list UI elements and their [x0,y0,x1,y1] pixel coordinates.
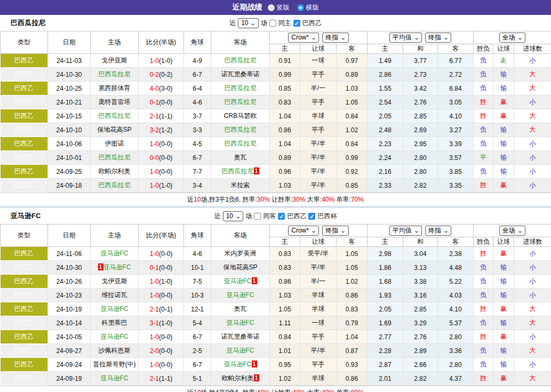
fulltime-score: 2-0 [150,347,159,355]
halftime-score: (0-0) [159,333,172,341]
avg-away-odds-cell: 5.22 [438,275,474,289]
sub-col-header: 主 [368,237,403,247]
odds-stage-select-2[interactable]: 终指⌄ [425,33,451,43]
col-header: 主场 [91,225,139,247]
odds-stage-select-value: 终指 [325,34,338,42]
avg-home-odds-cell: 2.86 [368,68,403,82]
goals-result-cell: 小 [514,289,551,302]
home-team: 巴西瓜拉尼 [91,109,139,123]
layout-radio-horizontal[interactable]: 横版 [297,3,319,12]
average-select-value: 平均值 [393,227,412,235]
same-venue-checkbox[interactable] [254,213,261,220]
fulltime-select[interactable]: 全场⌄ [499,33,525,43]
league-label: 巴西杯 [317,212,337,221]
home-team: 戈伊亚斯 [91,275,139,289]
crow-handicap-cell: 半球 [300,302,337,316]
halftime-score: (1-0) [159,319,172,327]
league-type-cell: 巴西乙 [1,137,48,151]
col-header: 类型 [1,225,48,247]
avg-home-odds-cell: 2.87 [368,358,403,372]
crow-select-wrap: Crow*⌄终指⌄ [270,226,367,236]
average-select[interactable]: 平均值⌄ [389,33,422,43]
league-checkbox[interactable]: ✓ [293,20,300,27]
league-type-cell: 巴西乙 [1,289,48,302]
average-select[interactable]: 平均值⌄ [389,226,422,236]
winlose-result-cell: 负 [474,316,493,330]
avg-draw-odds-cell: 3.38 [403,275,438,289]
corner-cell: 12-1 [184,302,211,316]
home-team: 欧帕尔利奥 [91,165,139,179]
match-row: 巴西乙24-11-06亚马逊FC1-0(0-0)4-6米内罗美洲0.83受平/半… [1,247,551,261]
league-type-cell: 巴西乙 [1,95,48,109]
home-team: 伊图诺 [91,137,139,151]
league-type-cell: 巴西乙 [1,123,48,137]
fulltime-select[interactable]: 全场⌄ [499,226,525,236]
league-checkbox[interactable]: ✓ [278,213,285,220]
bookmaker-select[interactable]: Crow*⌄ [288,226,319,236]
table-head: 类型日期主场比分(半场)角球客场Crow*⌄终指⌄平均值⌄终指⌄全场⌄主让球客主… [1,31,551,54]
avg-draw-odds-cell: 3.77 [403,54,438,68]
odds-stage-select[interactable]: 终指⌄ [322,226,348,236]
home-team-name: 科里蒂巴 [102,319,127,326]
match-row: 巴西乙24-10-25累西腓体育4-0(3-0)6-4巴西瓜拉尼0.85半/一1… [1,82,551,95]
games-label: 场 [245,212,252,221]
summary-highlight: 80% [351,389,364,392]
avg-home-odds-cell: 2.33 [368,179,403,193]
match-row: 巴西乙24-10-30巴西瓜拉尼0-2(0-2)6-7诺瓦里桑蒂诺0.99平手0… [1,68,551,82]
bookmaker-select[interactable]: Crow*⌄ [288,33,319,43]
league-type-cell: 巴西乙 [1,302,48,316]
winlose-result-cell: 胜 [474,247,493,261]
match-row: 巴西乙24-10-06伊图诺1-0(0-0)4-5巴西瓜拉尼1.04平/半0.8… [1,137,551,151]
crow-handicap-cell: 平手 [300,95,337,109]
score-cell: 1-0(0-0) [139,358,184,372]
chevron-down-icon: ⌄ [250,19,257,27]
crow-handicap-cell: 半球 [300,109,337,123]
crow-away-odds-cell: 1.04 [337,330,368,344]
crow-handicap-cell: 受平/半 [300,247,337,261]
league-checkbox[interactable]: ✓ [308,213,315,220]
odds-stage-select[interactable]: 终指⌄ [322,33,348,43]
red-card-badge: 1 [254,167,259,174]
avg-home-odds-cell: 1.55 [368,82,403,95]
avg-draw-odds-cell: 2.89 [403,344,438,358]
match-row: 巴西乙24-10-05亚马逊FC1-0(0-0)6-7诺瓦里桑蒂诺0.84平手1… [1,330,551,344]
odds-stage-select-2[interactable]: 终指⌄ [425,226,451,236]
handicap-result-cell: 输 [493,165,514,179]
league-type-cell: 巴西乙 [1,109,48,123]
fulltime-score: 1-0 [150,140,159,148]
crow-home-odds-cell: 0.99 [270,68,300,82]
match-row: 巴西乙24-09-18巴西瓜拉尼1-0(1-0)3-4米拉索1.03平/半0.8… [1,179,551,193]
sub-col-header: 让球 [493,44,514,54]
halftime-score: (0-0) [159,154,172,162]
team-name: 巴西瓜拉尼 [11,18,45,28]
winlose-result-cell: 负 [474,358,493,372]
away-team: 保地花高SP [211,261,270,275]
halftime-score: (0-0) [159,361,172,369]
home-team-name: 戈伊亚斯 [102,57,127,64]
avg-away-odds-cell: 3.36 [438,344,474,358]
layout-radio-vertical[interactable]: 竖版 [268,3,290,12]
home-team-name: 戈伊亚斯 [102,277,127,285]
crow-select-wrap: Crow*⌄终指⌄ [270,33,367,43]
league-type-cell: 巴西乙 [1,68,48,82]
score-cell: 0-1(0-0) [139,261,184,275]
avg-away-odds-cell: 3.85 [438,165,474,179]
avg-draw-odds-cell: 2.95 [403,137,438,151]
avg-home-odds-cell: 2.28 [368,344,403,358]
score-cell: 2-0(0-0) [139,344,184,358]
score-cell: 1-0(0-0) [139,137,184,151]
avg-away-odds-cell: 2.38 [438,247,474,261]
fulltime-score: 2-1 [150,306,159,313]
home-team: 亚马逊FC [91,247,139,261]
crow-handicap-cell: 平/半 [300,344,337,358]
crow-home-odds-cell: 0.96 [270,165,300,179]
match-count-select[interactable]: 10⌄ [238,18,259,28]
match-count-select[interactable]: 10⌄ [223,211,244,221]
crow-handicap-cell: 半球 [300,289,337,302]
handicap-result-cell: 输 [493,344,514,358]
home-team-name: 伊图诺 [105,140,124,147]
match-row: 巴西乙24-10-14科里蒂巴3-1(1-0)5-4亚马逊FC1.11一球0.7… [1,316,551,330]
halftime-score: (0-2) [159,71,172,78]
same-venue-checkbox[interactable] [269,20,276,27]
away-team-name: 巴西瓜拉尼 [225,126,257,133]
